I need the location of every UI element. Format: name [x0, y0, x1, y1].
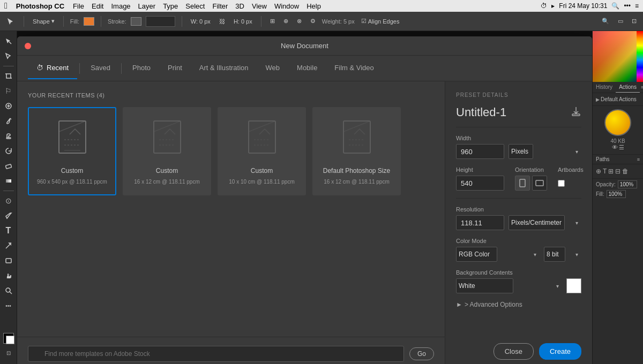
gradient-tool[interactable] [2, 174, 16, 188]
align-btn[interactable]: ⊕ [281, 17, 290, 26]
width-unit-select[interactable]: Pixels Inches cm [509, 144, 533, 159]
gear-icon[interactable]: ⚙ [308, 17, 318, 26]
selection-tool[interactable] [2, 34, 16, 48]
dialog-close-button[interactable] [25, 43, 31, 49]
menu-type[interactable]: Type [163, 2, 178, 10]
tab-mobile[interactable]: Mobile [288, 57, 326, 79]
color-depth-select[interactable]: 8 bit 16 bit 32 bit [544, 247, 565, 262]
more-tools-btn[interactable]: ••• [2, 299, 16, 313]
tab-print[interactable]: Print [159, 57, 191, 79]
create-button[interactable]: Create [539, 343, 581, 360]
path-selection-tool[interactable] [2, 239, 16, 253]
color-mode-select[interactable]: RGB Color CMYK Color Grayscale [456, 247, 497, 262]
tab-recent[interactable]: ⏱ Recent [28, 57, 77, 79]
stroke-color-swatch[interactable] [131, 17, 141, 26]
clone-stamp-tool[interactable] [2, 129, 16, 143]
path-options-btn[interactable]: ⊞ [268, 17, 277, 26]
menu-filter[interactable]: Filter [212, 2, 228, 10]
shape-select[interactable]: Shape ▾ [31, 17, 57, 26]
width-input[interactable] [456, 144, 504, 159]
zoom-tool[interactable] [2, 284, 16, 298]
add-layer-mask-btn[interactable]: ⊕ [596, 168, 601, 175]
foreground-color[interactable] [3, 333, 14, 344]
more-icon[interactable]: ••• [624, 2, 631, 10]
height-input[interactable] [456, 176, 504, 191]
quick-mask-btn[interactable]: ⊡ [2, 346, 16, 360]
new-group-btn[interactable]: ⊟ [615, 168, 620, 175]
preset-item-1[interactable]: Custom 960 x 540 px @ 118.11 ppcm [28, 107, 116, 195]
menu-window[interactable]: Window [274, 2, 299, 10]
align-edges-check[interactable]: ☑ Align Edges [359, 17, 402, 26]
width-input[interactable]: W: 0 px [189, 17, 213, 26]
panel-options-btn[interactable]: ≡ [641, 83, 643, 92]
actions-tab[interactable]: Actions [616, 82, 640, 93]
swatch-options-icon[interactable]: ☰ [619, 144, 624, 151]
tab-web[interactable]: Web [257, 57, 289, 79]
preset-item-4[interactable]: Default Photoshop Size 16 x 12 cm @ 118.… [312, 107, 401, 195]
bg-color-swatch[interactable] [566, 278, 581, 293]
menu-file[interactable]: File [73, 2, 84, 10]
close-button[interactable]: Close [494, 343, 534, 360]
menu-view[interactable]: View [252, 2, 267, 10]
tab-art-illustration[interactable]: Art & Illustration [191, 57, 257, 79]
crop-tool[interactable] [2, 69, 16, 83]
spot-heal-tool[interactable] [2, 99, 16, 113]
fill-input[interactable] [607, 190, 626, 198]
hand-tool[interactable] [2, 269, 16, 283]
landscape-btn[interactable] [532, 176, 547, 191]
paths-options-icon[interactable]: ≡ [637, 157, 640, 162]
eyedropper-tool[interactable]: ⚐ [2, 84, 16, 98]
save-preset-button[interactable] [571, 106, 581, 119]
dodge-tool[interactable]: ⊙ [2, 194, 16, 208]
pen-tool[interactable] [2, 209, 16, 223]
color-swatch-circle[interactable] [604, 109, 631, 136]
adjustment-btn[interactable]: ⊞ [608, 168, 614, 175]
opacity-input[interactable] [618, 180, 637, 188]
move-tool-btn[interactable] [4, 16, 17, 27]
tab-saved[interactable]: Saved [82, 57, 119, 79]
actions-dropdown[interactable]: ▶ Default Actions [596, 95, 640, 103]
preset-item-2[interactable]: Custom 16 x 12 cm @ 118.11 ppcm [123, 107, 211, 195]
preset-item-3[interactable]: Custom 10 x 10 cm @ 118.11 ppcm [218, 107, 306, 195]
eye-icon[interactable]: 👁 [612, 144, 618, 151]
stroke-size-input[interactable]: 1 px [146, 16, 175, 27]
apple-menu[interactable]:  [4, 1, 8, 11]
background-color[interactable] [6, 336, 14, 344]
list-icon[interactable]: ≡ [635, 2, 639, 10]
menu-3d[interactable]: 3D [235, 2, 244, 10]
text-layer-btn[interactable]: T [603, 168, 607, 175]
extras-btn[interactable]: ⊡ [630, 17, 639, 26]
menu-help[interactable]: Help [306, 2, 321, 10]
menu-image[interactable]: Image [111, 2, 130, 10]
link-icon[interactable]: ⛓ [217, 17, 227, 26]
advanced-options-toggle[interactable]: ► > Advanced Options [456, 301, 581, 308]
menu-edit[interactable]: Edit [92, 2, 103, 10]
tab-film-video[interactable]: Film & Video [326, 57, 382, 79]
artboards-checkbox[interactable] [558, 180, 565, 187]
eraser-tool[interactable] [2, 159, 16, 173]
resolution-input[interactable] [456, 215, 504, 230]
delete-layer-btn[interactable]: 🗑 [622, 168, 629, 175]
menu-select[interactable]: Select [185, 2, 205, 10]
history-tab[interactable]: History [593, 82, 616, 93]
bg-contents-select[interactable]: White Background Color Transparent [456, 278, 513, 293]
search-icon[interactable]: 🔍 [611, 2, 619, 10]
shape-tool[interactable] [2, 254, 16, 268]
arrange-btn[interactable]: ▭ [616, 17, 625, 26]
portrait-btn[interactable] [515, 176, 530, 191]
text-tool[interactable]: T [2, 224, 16, 238]
transform-btn[interactable]: ⊗ [295, 17, 304, 26]
search-btn[interactable]: 🔍 [600, 17, 611, 26]
hue-slider[interactable] [637, 31, 643, 82]
height-input[interactable]: H: 0 px [231, 17, 255, 26]
history-brush-tool[interactable] [2, 144, 16, 158]
tab-photo[interactable]: Photo [124, 57, 159, 79]
direct-selection-tool[interactable] [2, 49, 16, 63]
color-picker-gradient[interactable] [593, 31, 643, 82]
resolution-unit-select[interactable]: Pixels/Centimeter Pixels/Inch [509, 215, 565, 230]
brush-tool[interactable] [2, 114, 16, 128]
find-templates-input[interactable] [28, 346, 404, 362]
go-button[interactable]: Go [409, 347, 434, 360]
fill-color-swatch[interactable] [84, 17, 94, 26]
menu-layer[interactable]: Layer [138, 2, 156, 10]
